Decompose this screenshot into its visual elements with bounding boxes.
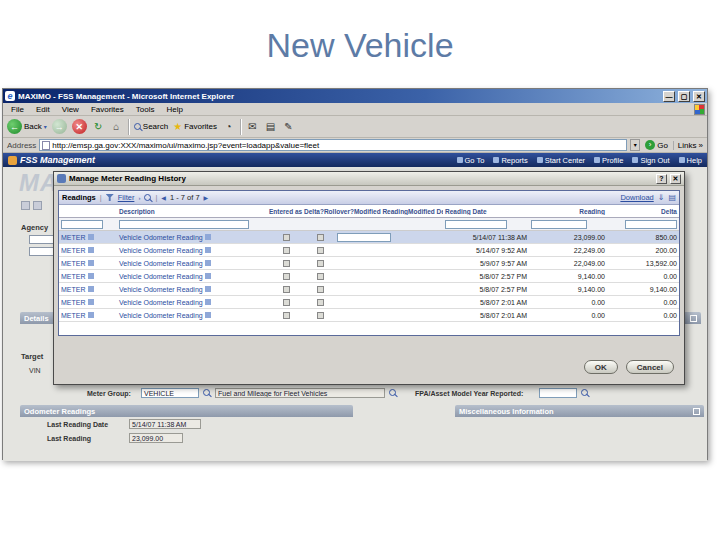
description-filter-input[interactable] bbox=[119, 220, 249, 229]
description-link[interactable]: Vehicle Odometer Reading bbox=[119, 260, 203, 267]
meter-link[interactable]: METER bbox=[61, 234, 86, 241]
table-row[interactable]: METER Vehicle Odometer Reading 5/8/07 2:… bbox=[59, 283, 679, 296]
toolbar-icon[interactable] bbox=[33, 201, 42, 210]
rollover-checkbox[interactable] bbox=[317, 234, 324, 241]
entered-as-delta-checkbox[interactable] bbox=[283, 260, 290, 267]
detail-menu-icon[interactable] bbox=[205, 299, 211, 305]
detail-menu-icon[interactable] bbox=[205, 273, 211, 279]
menu-view[interactable]: View bbox=[56, 105, 85, 114]
description-link[interactable]: Vehicle Odometer Reading bbox=[119, 312, 203, 319]
table-row[interactable]: METER Vehicle Odometer Reading 5/14/07 9… bbox=[59, 244, 679, 257]
entered-as-delta-checkbox[interactable] bbox=[283, 273, 290, 280]
filter-link[interactable]: Filter bbox=[118, 193, 135, 202]
delta-filter-input[interactable] bbox=[625, 220, 677, 229]
filter-funnel-icon[interactable] bbox=[106, 194, 114, 201]
rollover-checkbox[interactable] bbox=[317, 273, 324, 280]
entered-as-delta-checkbox[interactable] bbox=[283, 299, 290, 306]
reading-date-filter-input[interactable] bbox=[445, 220, 507, 229]
meter-filter-input[interactable] bbox=[61, 220, 103, 229]
signout-link[interactable]: Sign Out bbox=[632, 156, 669, 165]
model-year-field[interactable] bbox=[539, 388, 577, 398]
address-input[interactable] bbox=[52, 140, 624, 150]
next-page-icon[interactable]: ▶ bbox=[204, 194, 209, 201]
detail-menu-icon[interactable] bbox=[205, 286, 211, 292]
detail-menu-icon[interactable] bbox=[88, 286, 94, 292]
download-icon[interactable]: ⇓ bbox=[658, 193, 665, 202]
detail-menu-icon[interactable] bbox=[88, 273, 94, 279]
reading-column-header[interactable]: Reading bbox=[529, 208, 607, 215]
home-button[interactable]: ⌂ bbox=[110, 120, 123, 133]
stop-button[interactable]: ✕ bbox=[72, 119, 87, 134]
table-row[interactable]: METER Vehicle Odometer Reading 5/8/07 2:… bbox=[59, 270, 679, 283]
detail-menu-icon[interactable] bbox=[205, 247, 211, 253]
menu-edit[interactable]: Edit bbox=[30, 105, 56, 114]
back-dropdown-icon[interactable]: ▾ bbox=[44, 123, 47, 130]
meter-link[interactable]: METER bbox=[61, 312, 86, 319]
odometer-readings-section-bar[interactable]: Odometer Readings bbox=[20, 405, 353, 417]
reports-link[interactable]: Reports bbox=[493, 156, 527, 165]
maximize-button[interactable]: ▢ bbox=[678, 91, 690, 102]
start-center-link[interactable]: Start Center bbox=[537, 156, 585, 165]
download-link[interactable]: Download bbox=[620, 193, 653, 202]
dialog-help-button[interactable]: ? bbox=[656, 174, 667, 184]
modified-delta-header[interactable]: Modified Delta bbox=[408, 208, 443, 215]
description-column-header[interactable]: Description bbox=[117, 208, 267, 215]
menu-tools[interactable]: Tools bbox=[130, 105, 161, 114]
rollover-header[interactable]: Rollover? bbox=[324, 208, 354, 215]
minimize-button[interactable]: — bbox=[663, 91, 675, 102]
menu-help[interactable]: Help bbox=[160, 105, 188, 114]
rollover-checkbox[interactable] bbox=[317, 299, 324, 306]
print-button[interactable]: ▤ bbox=[264, 120, 277, 133]
reading-filter-input[interactable] bbox=[531, 220, 587, 229]
collapse-icon[interactable] bbox=[690, 315, 697, 322]
history-button[interactable]: ◔ bbox=[222, 120, 235, 133]
misc-info-section-bar[interactable]: Miscellaneous Information bbox=[455, 405, 704, 417]
meter-link[interactable]: METER bbox=[61, 286, 86, 293]
meter-link[interactable]: METER bbox=[61, 247, 86, 254]
menu-file[interactable]: File bbox=[5, 105, 30, 114]
table-row[interactable]: METER Vehicle Odometer Reading 5/8/07 2:… bbox=[59, 309, 679, 322]
description-link[interactable]: Vehicle Odometer Reading bbox=[119, 286, 203, 293]
go-button[interactable]: › Go bbox=[643, 140, 670, 150]
agency-field[interactable] bbox=[29, 235, 55, 244]
meter-group-lookup-icon[interactable] bbox=[203, 389, 210, 396]
agency-field-2[interactable] bbox=[29, 247, 55, 256]
entered-as-delta-checkbox[interactable] bbox=[283, 286, 290, 293]
address-dropdown-icon[interactable]: ▾ bbox=[630, 139, 640, 151]
links-button[interactable]: Links » bbox=[673, 141, 703, 150]
detail-menu-icon[interactable] bbox=[88, 260, 94, 266]
entered-as-delta-checkbox[interactable] bbox=[283, 312, 290, 319]
help-link[interactable]: Help bbox=[679, 156, 702, 165]
description-link[interactable]: Vehicle Odometer Reading bbox=[119, 299, 203, 306]
rollover-checkbox[interactable] bbox=[317, 312, 324, 319]
collapse-icon[interactable] bbox=[693, 408, 700, 415]
detail-menu-icon[interactable] bbox=[88, 234, 94, 240]
detail-menu-icon[interactable] bbox=[205, 260, 211, 266]
model-year-lookup-icon[interactable] bbox=[581, 389, 588, 396]
filter-search-icon[interactable] bbox=[144, 194, 151, 201]
goto-link[interactable]: Go To bbox=[457, 156, 485, 165]
detail-menu-icon[interactable] bbox=[88, 312, 94, 318]
reading-date-column-header[interactable]: Reading Date bbox=[443, 208, 529, 215]
detail-menu-icon[interactable] bbox=[88, 247, 94, 253]
modified-reading-header[interactable]: Modified Reading bbox=[354, 208, 408, 215]
search-button[interactable]: Search bbox=[134, 122, 168, 131]
entered-as-delta-header[interactable]: Entered as Delta? bbox=[269, 208, 324, 215]
close-button[interactable]: ✕ bbox=[693, 91, 705, 102]
meter-group-field[interactable]: VEHICLE bbox=[141, 388, 199, 398]
cancel-button[interactable]: Cancel bbox=[626, 360, 674, 374]
detail-menu-icon[interactable] bbox=[205, 234, 211, 240]
profile-link[interactable]: Profile bbox=[594, 156, 623, 165]
entered-as-delta-checkbox[interactable] bbox=[283, 234, 290, 241]
table-row[interactable]: METER Vehicle Odometer Reading 5/8/07 2:… bbox=[59, 296, 679, 309]
favorites-button[interactable]: ★ Favorites bbox=[173, 121, 217, 132]
rollover-checkbox[interactable] bbox=[317, 247, 324, 254]
description-link[interactable]: Vehicle Odometer Reading bbox=[119, 234, 203, 241]
print-icon[interactable]: ▤ bbox=[668, 193, 676, 202]
previous-page-icon[interactable]: ◀ bbox=[161, 194, 166, 201]
dialog-close-button[interactable]: ✕ bbox=[670, 174, 681, 184]
ok-button[interactable]: OK bbox=[584, 360, 618, 374]
detail-menu-icon[interactable] bbox=[205, 312, 211, 318]
table-row[interactable]: METER Vehicle Odometer Reading 5/14/07 1… bbox=[59, 231, 679, 244]
mail-button[interactable]: ✉ bbox=[246, 120, 259, 133]
